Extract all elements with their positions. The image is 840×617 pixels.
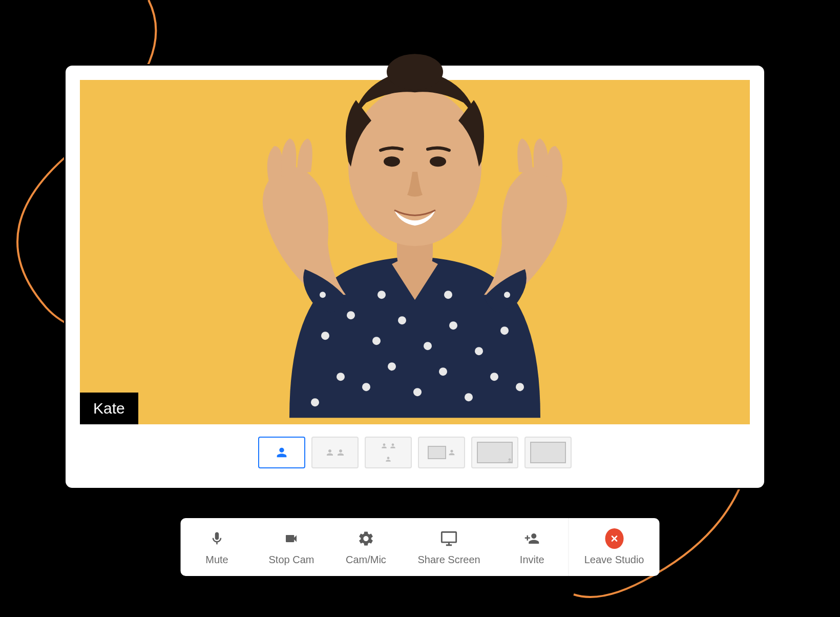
add-user-icon [523, 529, 541, 548]
microphone-icon [208, 529, 226, 548]
layout-three-up[interactable] [365, 437, 412, 468]
participant-video [197, 11, 633, 424]
person-icon [448, 448, 456, 457]
person-icon [275, 445, 289, 460]
screen-icon [530, 441, 566, 464]
svg-point-14 [490, 373, 498, 381]
share-screen-button[interactable]: Share Screen [402, 518, 495, 576]
svg-point-4 [424, 342, 432, 350]
svg-point-22 [430, 156, 446, 167]
layout-single[interactable] [258, 437, 305, 468]
mute-button[interactable]: Mute [181, 518, 254, 576]
participant-name-text: Kate [93, 400, 125, 417]
svg-point-9 [362, 383, 370, 391]
svg-point-21 [384, 156, 400, 167]
video-camera-icon [282, 529, 301, 548]
monitor-icon [440, 529, 458, 548]
person-icon [389, 442, 396, 449]
stop-cam-label: Stop Cam [269, 554, 314, 566]
layout-screen-side[interactable] [418, 437, 465, 468]
cam-mic-button[interactable]: Cam/Mic [329, 518, 402, 576]
svg-point-3 [398, 316, 406, 324]
svg-point-19 [348, 87, 481, 246]
participant-name-badge: Kate [80, 393, 138, 424]
svg-point-16 [516, 383, 524, 391]
layout-selector [80, 424, 750, 474]
person-icon [506, 457, 513, 464]
invite-button[interactable]: Invite [496, 518, 569, 576]
svg-point-7 [500, 326, 509, 335]
svg-point-5 [449, 321, 457, 330]
cam-mic-label: Cam/Mic [346, 554, 386, 566]
layout-two-up[interactable] [311, 437, 359, 468]
leave-studio-button[interactable]: Leave Studio [569, 518, 660, 576]
svg-point-2 [372, 337, 381, 345]
svg-point-10 [388, 362, 396, 371]
person-icon [325, 448, 334, 457]
svg-point-18 [444, 291, 452, 299]
svg-point-17 [377, 291, 386, 299]
svg-point-23 [320, 292, 326, 298]
gear-icon [356, 529, 375, 548]
svg-point-0 [321, 332, 329, 340]
layout-screen-only[interactable] [524, 437, 572, 468]
svg-rect-28 [442, 532, 456, 542]
svg-point-13 [465, 393, 473, 401]
video-studio-window: Kate [64, 64, 766, 489]
svg-point-24 [504, 292, 510, 298]
svg-rect-27 [531, 442, 565, 463]
mute-label: Mute [205, 554, 228, 566]
svg-point-12 [439, 367, 447, 376]
svg-point-11 [413, 388, 422, 396]
layout-screen-pip[interactable] [471, 437, 518, 468]
stop-cam-button[interactable]: Stop Cam [254, 518, 330, 576]
person-icon [336, 448, 345, 457]
svg-point-6 [475, 347, 483, 355]
leave-studio-label: Leave Studio [584, 554, 644, 566]
studio-toolbar: Mute Stop Cam Cam/Mic Share Screen Invit… [181, 518, 660, 576]
close-icon [605, 528, 623, 549]
svg-point-8 [337, 373, 345, 381]
person-icon [368, 456, 408, 463]
screen-icon [428, 446, 446, 459]
svg-rect-25 [428, 446, 446, 459]
share-screen-label: Share Screen [417, 554, 480, 566]
svg-point-20 [387, 54, 443, 90]
svg-point-15 [311, 398, 319, 406]
person-icon [381, 442, 388, 449]
invite-label: Invite [520, 554, 544, 566]
video-feed: Kate [80, 80, 750, 424]
svg-point-1 [347, 311, 355, 319]
